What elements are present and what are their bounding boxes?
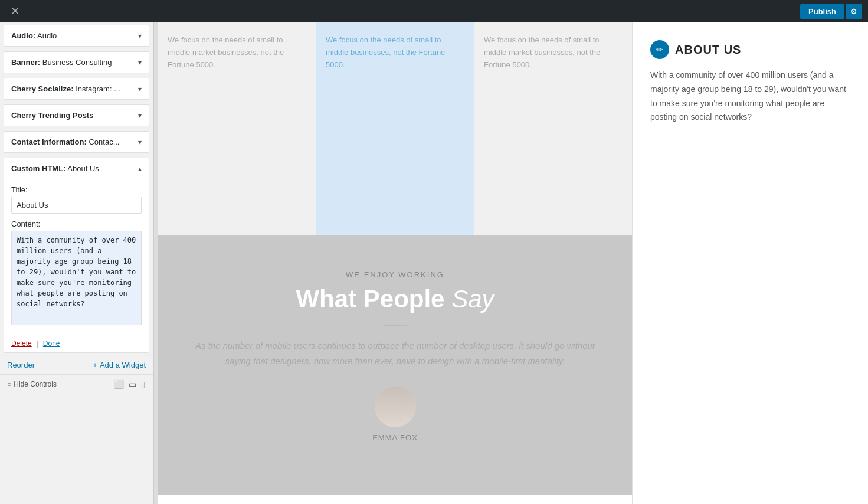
publish-button[interactable]: Publish [800, 4, 844, 19]
avatar [375, 386, 416, 427]
top-bar-left: ✕ [6, 2, 24, 20]
done-link[interactable]: Done [43, 339, 60, 348]
main-content: We focus on the needs of small to middle… [158, 22, 632, 504]
chevron-down-icon: ▾ [138, 85, 142, 93]
widget-banner-value: Business Consulting [42, 58, 112, 67]
widget-cherry-trending-header[interactable]: Cherry Trending Posts ▾ [4, 105, 149, 126]
tablet-view-button[interactable]: ▭ [129, 379, 136, 389]
pencil-icon: ✏ [656, 45, 663, 54]
right-panel: ✏ ABOUT US With a community of over 400 … [632, 22, 868, 504]
widget-contact-label: Contact Information: [11, 138, 87, 146]
column-1: We focus on the needs of small to middle… [158, 22, 316, 235]
separator: | [37, 339, 38, 348]
widget-banner-label: Banner: [11, 58, 40, 67]
widget-audio: Audio: Audio ▾ [4, 25, 149, 47]
widget-banner: Banner: Business Consulting ▾ [4, 51, 149, 73]
main-layout: Audio: Audio ▾ Banner: Business Consulti… [0, 22, 868, 504]
widget-custom-html-label: Custom HTML: [11, 164, 65, 173]
publish-area: Publish ⚙ [800, 4, 862, 19]
widget-actions: Delete | Done [4, 335, 149, 352]
top-bar: ✕ Publish ⚙ [0, 0, 868, 22]
title-input[interactable] [11, 197, 142, 214]
widget-audio-label: Audio: [11, 31, 35, 40]
chevron-up-icon: ▴ [138, 165, 142, 173]
chevron-down-icon: ▾ [138, 58, 142, 67]
column-3-text: We focus on the needs of small to middle… [484, 35, 600, 69]
plus-icon: + [93, 361, 97, 369]
column-3: We focus on the needs of small to middle… [474, 22, 632, 235]
divider [384, 325, 407, 326]
author-name: EMMA FOX [182, 433, 608, 442]
reorder-button[interactable]: Reorder [7, 361, 35, 369]
sidebar-actions-row: Reorder + Add a Widget [0, 355, 153, 374]
columns-section: We focus on the needs of small to middle… [158, 22, 632, 235]
column-1-text: We focus on the needs of small to middle… [168, 35, 284, 69]
eye-icon: ○ [7, 380, 11, 388]
widget-custom-html-content: Title: Content: With a community of over… [4, 179, 149, 335]
resize-line [156, 119, 156, 408]
delete-link[interactable]: Delete [11, 339, 32, 348]
widget-contact-header[interactable]: Contact Information: Contac... ▾ [4, 132, 149, 152]
widget-custom-html-value: About Us [67, 164, 99, 173]
content-textarea[interactable]: With a community of over 400 million use… [11, 231, 142, 325]
about-us-header: ✏ ABOUT US [650, 40, 850, 59]
widget-custom-html: Custom HTML: About Us ▴ Title: Content: … [4, 158, 149, 353]
chevron-down-icon: ▾ [138, 32, 142, 40]
about-us-title: ABOUT US [675, 43, 741, 57]
mobile-view-button[interactable]: ▯ [141, 379, 146, 389]
preview-area: We focus on the needs of small to middle… [158, 22, 632, 504]
sidebar: Audio: Audio ▾ Banner: Business Consulti… [0, 22, 153, 504]
title-italic: Say [451, 285, 494, 313]
gear-icon: ⚙ [850, 7, 857, 16]
gear-button[interactable]: ⚙ [846, 4, 862, 19]
testimonials-section: WE ENJOY WORKING What People Say As the … [158, 235, 632, 495]
content-area: We focus on the needs of small to middle… [158, 22, 868, 504]
column-2-text: We focus on the needs of small to middle… [326, 35, 445, 69]
widget-cherry-socialize-label: Cherry Socialize: [11, 84, 74, 93]
about-us-icon: ✏ [650, 40, 669, 59]
resize-handle[interactable] [153, 22, 158, 504]
bottom-controls: ○ Hide Controls ⬜ ▭ ▯ [0, 374, 153, 394]
hide-controls-button[interactable]: ○ Hide Controls [7, 380, 57, 388]
widget-cherry-trending: Cherry Trending Posts ▾ [4, 104, 149, 126]
about-us-body: With a community of over 400 million use… [650, 68, 850, 125]
testimonials-title: What People Say [182, 285, 608, 313]
widget-contact-value: Contac... [89, 138, 119, 146]
desktop-view-button[interactable]: ⬜ [114, 379, 124, 389]
widget-cherry-trending-label: Cherry Trending Posts [11, 111, 93, 120]
add-widget-label: Add a Widget [100, 361, 146, 369]
close-icon: ✕ [11, 5, 19, 18]
close-button[interactable]: ✕ [6, 2, 24, 20]
avatar-face [375, 386, 416, 427]
testimonial-body: As the number of mobile users continues … [189, 338, 602, 368]
widget-audio-value: Audio [37, 31, 57, 40]
testimonials-subtitle: WE ENJOY WORKING [182, 270, 608, 279]
widget-banner-header[interactable]: Banner: Business Consulting ▾ [4, 52, 149, 73]
hide-controls-label: Hide Controls [14, 380, 57, 388]
view-icons: ⬜ ▭ ▯ [114, 379, 146, 389]
widget-audio-header[interactable]: Audio: Audio ▾ [4, 25, 149, 46]
widget-cherry-socialize-header[interactable]: Cherry Socialize: Instagram: ... ▾ [4, 78, 149, 99]
add-widget-button[interactable]: + Add a Widget [93, 361, 146, 369]
title-label: Title: [11, 185, 142, 194]
column-2: We focus on the needs of small to middle… [316, 22, 474, 235]
content-label: Content: [11, 220, 142, 228]
widget-custom-html-header[interactable]: Custom HTML: About Us ▴ [4, 158, 149, 179]
chevron-down-icon: ▾ [138, 138, 142, 146]
chevron-down-icon: ▾ [138, 112, 142, 120]
widget-cherry-socialize-value: Instagram: ... [76, 84, 120, 93]
widget-contact: Contact Information: Contac... ▾ [4, 131, 149, 153]
title-normal: What People [296, 285, 451, 313]
widget-cherry-socialize: Cherry Socialize: Instagram: ... ▾ [4, 78, 149, 100]
